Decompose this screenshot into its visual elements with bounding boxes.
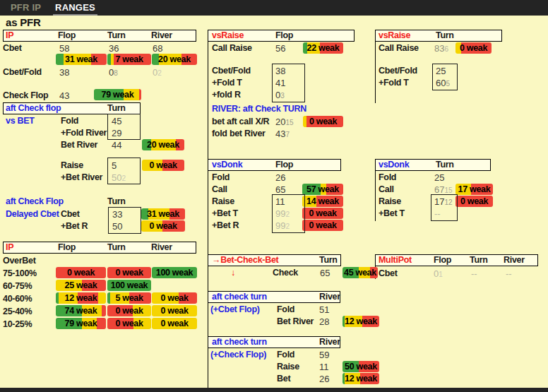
- row-group-delayed-cbet: Delayed Cbet: [6, 209, 59, 220]
- section-title-ip: IP: [6, 30, 13, 41]
- col-river: River: [504, 255, 525, 266]
- range-badge: 31 weak: [56, 54, 107, 65]
- col-turn: Turn: [107, 196, 126, 207]
- value-group-box: [107, 114, 141, 140]
- tab-bar: PFR IP RANGES: [0, 0, 548, 16]
- range-badge: 0 weak: [152, 305, 197, 316]
- value-group-box: [431, 194, 458, 221]
- range-badge: 20 weak: [142, 139, 184, 150]
- col-river: River: [319, 292, 340, 302]
- row-group-vs-bet: vs BET: [6, 116, 35, 126]
- range-badge: 20 weak: [152, 54, 197, 65]
- stat-value: 02: [153, 67, 162, 78]
- range-badge-text: 5 weak: [107, 292, 151, 304]
- stat-value-main: 11: [319, 362, 329, 372]
- stat-value: 26: [319, 374, 329, 384]
- section-title-vsraise: vsRaise: [212, 30, 244, 41]
- range-badge-text: 0 weak: [303, 116, 343, 127]
- tab-ranges[interactable]: RANGES: [53, 0, 97, 16]
- row-label-bet-t: +Bet T: [379, 208, 405, 219]
- range-badge-text: 100 weak: [107, 280, 151, 291]
- row-label-raise: Raise: [379, 196, 401, 207]
- row-label-call: Call: [379, 184, 394, 195]
- stat-value: 437: [275, 129, 290, 140]
- col-turn: Turn: [107, 30, 126, 41]
- stat-value: 36: [109, 43, 119, 54]
- section-title: aft Check flop: [6, 103, 61, 114]
- range-badge-text: 74 weak: [56, 305, 106, 316]
- stat-value-main: 65: [320, 268, 330, 278]
- stat-sample-count: 2: [157, 69, 162, 77]
- row-label-cbet-fold: Cbet/Fold: [3, 67, 42, 78]
- range-badge-text: 79 weak: [94, 89, 141, 100]
- range-badge-text: 20 weak: [152, 54, 197, 65]
- range-badge-text: 12 weak: [342, 316, 379, 327]
- range-badge: 12 weak: [56, 292, 106, 304]
- row-label-60-75: 60-75%: [3, 281, 32, 292]
- row-label-bet-river: Bet River: [277, 316, 314, 327]
- range-badge-text: 25 weak: [56, 280, 106, 291]
- tab-pfr-ip[interactable]: PFR IP: [8, 0, 43, 16]
- subsection-title: RIVER: aft Check TURN: [212, 104, 306, 114]
- row-label-call: Call: [212, 184, 227, 195]
- stat-value: 44: [112, 140, 121, 150]
- range-badge: 0 weak: [455, 196, 493, 207]
- stat-value-main: 36: [109, 43, 119, 54]
- range-badge-text: 31 weak: [56, 54, 107, 65]
- section-title-vsdonk: vsDonk: [379, 160, 409, 170]
- col-flop: Flop: [275, 30, 293, 41]
- stat-value-main: 65: [275, 184, 285, 195]
- range-badge-text: 12 weak: [342, 373, 379, 384]
- row-label-fold: Fold: [212, 172, 230, 183]
- stat-value: 38: [59, 67, 69, 78]
- row-group-check-flop: (+Check Flop): [210, 350, 266, 360]
- row-label-check-flop: Check Flop: [3, 90, 48, 101]
- range-badge-text: 0 weak: [107, 305, 151, 316]
- range-badge-text: 17 weak: [455, 184, 493, 195]
- stat-value: 51: [319, 304, 329, 315]
- section-title: aft check turn: [212, 292, 267, 302]
- row-label-40-60: 40-60%: [3, 294, 32, 304]
- range-badge: 100 weak: [152, 267, 197, 278]
- row-group-overbet: OverBet: [3, 256, 36, 266]
- value-group-box: [272, 64, 305, 102]
- stat-value: 65: [275, 184, 285, 195]
- stat-value: 68: [153, 43, 162, 54]
- section-title-bet-check-bet: →Bet-Check-Bet: [212, 255, 278, 266]
- row-label-fold: Fold: [61, 116, 78, 126]
- row-label-fold-t: +Fold T: [212, 78, 242, 88]
- row-label-bet-river: Bet River: [61, 140, 97, 150]
- range-badge: 0 weak: [303, 116, 343, 127]
- col-river: River: [151, 30, 172, 41]
- row-label-bet-aft-call: bet aft call X/R: [212, 117, 269, 127]
- row-label-75-100: 75-100%: [3, 268, 37, 279]
- col-flop: Flop: [58, 30, 76, 41]
- range-badge-text: 0 weak: [302, 220, 343, 231]
- range-badge: 100 weak: [107, 280, 151, 291]
- range-badge-text: 0 weak: [455, 196, 493, 207]
- stat-value: 08: [109, 67, 118, 78]
- range-badge: 0 weak: [107, 305, 151, 316]
- row-label-10-25: 10-25%: [3, 319, 32, 330]
- stat-value-main: 20: [275, 117, 285, 127]
- col-flop: Flop: [58, 242, 76, 253]
- range-badge-text: 57 weak: [302, 184, 343, 195]
- stat-value-main: 44: [112, 140, 121, 150]
- row-label-bet-t: +Bet T: [212, 208, 238, 219]
- row-label-bet-r: +Bet R: [61, 221, 88, 232]
- stat-value-main: 26: [319, 374, 329, 384]
- ranges-popup-window: PFR IP RANGES as PFR IPFlopTurnRiverCbet…: [0, 0, 548, 392]
- row-label-fold: Fold: [277, 304, 294, 315]
- range-badge-text: 50 weak: [342, 361, 379, 372]
- stat-value-main: --: [471, 268, 477, 279]
- stat-value-main: 43: [275, 129, 285, 139]
- stat-value-main: 51: [319, 304, 329, 315]
- range-badge-text: 12 weak: [56, 292, 106, 304]
- row-label-cbet: Cbet: [3, 43, 22, 54]
- range-badge-text: 0 weak: [56, 267, 106, 278]
- section-title-vsdonk: vsDonk: [212, 160, 242, 170]
- row-group-cbet-flop: (+Cbet Flop): [210, 304, 260, 315]
- row-label-fold-t: +Fold T: [379, 78, 409, 88]
- stat-value: 836: [434, 43, 448, 54]
- stat-sample-count: 7: [285, 131, 290, 138]
